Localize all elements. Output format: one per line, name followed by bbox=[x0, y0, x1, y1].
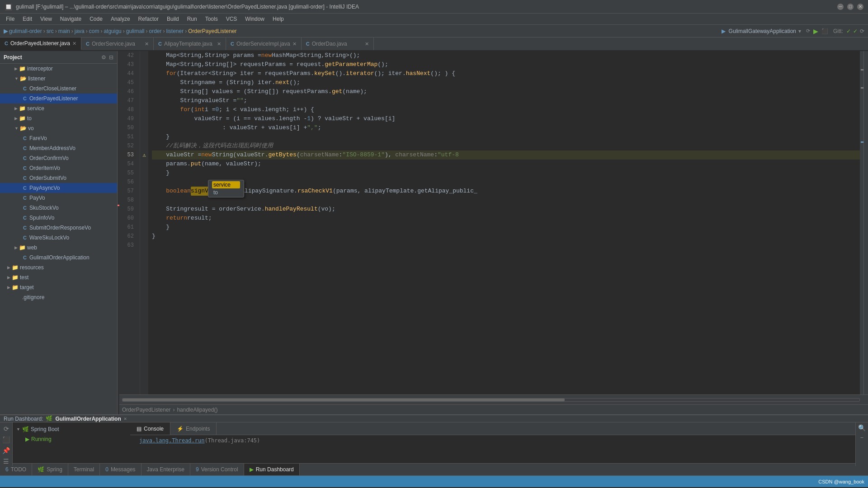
sidebar-folder-listener[interactable]: ▼ 📂 listener bbox=[0, 74, 117, 84]
sidebar-folder-interceptor[interactable]: ▶ 📁 interceptor bbox=[0, 64, 117, 74]
sidebar-file-gitignore[interactable]: .gitignore bbox=[0, 292, 117, 302]
console-link[interactable]: (Thread.java:745) bbox=[205, 437, 260, 444]
sidebar-class-ware-sku[interactable]: C WareSkuLockVo bbox=[0, 233, 117, 243]
panel-collapse-icon[interactable]: – bbox=[860, 434, 863, 441]
menu-window[interactable]: Window bbox=[241, 15, 268, 23]
tab-orderpayed-listener[interactable]: C OrderPayedListener.java ✕ bbox=[0, 38, 81, 50]
app-icon: 🔲 bbox=[5, 3, 12, 10]
bottom-tab-todo[interactable]: 6 TODO bbox=[0, 464, 32, 475]
sidebar-class-member-addr[interactable]: C MemberAddressVo bbox=[0, 143, 117, 153]
menu-run[interactable]: Run bbox=[184, 15, 201, 23]
sidebar-class-submit-order[interactable]: C SubmitOrderResponseVo bbox=[0, 223, 117, 233]
tree-spring-boot[interactable]: ▼ 🌿 Spring Boot bbox=[16, 424, 127, 434]
tab-order-dao[interactable]: C OrderDao.java ✕ bbox=[302, 38, 374, 50]
sidebar-class-order-close[interactable]: C OrderCloseListener bbox=[0, 84, 117, 94]
menu-code[interactable]: Code bbox=[86, 15, 106, 23]
sidebar-class-spu-info[interactable]: C SpuInfoVo bbox=[0, 213, 117, 223]
sidebar-class-fare-vo[interactable]: C FareVo bbox=[0, 133, 117, 143]
sidebar-class-order-submit[interactable]: C OrderSubmitVo bbox=[0, 173, 117, 183]
bottom-tab-run-dashboard[interactable]: ▶ Run Dashboard bbox=[244, 464, 300, 475]
run-app-name[interactable]: GulimallOrderApplication bbox=[55, 416, 121, 422]
run-stop-btn[interactable]: ⬛ bbox=[2, 435, 11, 444]
menu-tools[interactable]: Tools bbox=[202, 15, 222, 23]
breadcrumb-com[interactable]: com bbox=[89, 28, 99, 34]
sidebar-settings-icon[interactable]: ⚙ bbox=[101, 54, 106, 61]
tree-running-label: Running bbox=[31, 436, 52, 442]
tab-order-service[interactable]: C OrderService.java ✕ bbox=[81, 38, 154, 50]
run-pin-btn[interactable]: 📌 bbox=[2, 446, 11, 455]
breadcrumb-java[interactable]: java bbox=[75, 28, 85, 34]
run-panel: Run Dashboard: 🌿 GulimallOrderApplicatio… bbox=[0, 414, 868, 463]
sidebar-layout-icon[interactable]: ⊟ bbox=[109, 54, 113, 61]
sidebar-class-sku-stock[interactable]: C SkuStockVo bbox=[0, 203, 117, 213]
bottom-tab-java-enterprise[interactable]: Java Enterprise bbox=[142, 464, 190, 475]
sidebar-folder-resources[interactable]: ▶ 📁 resources bbox=[0, 263, 117, 272]
class-icon: C bbox=[22, 215, 28, 221]
breadcrumb-listener[interactable]: listener bbox=[166, 28, 184, 34]
tab-alipay-template[interactable]: C AlipayTemplate.java ✕ bbox=[154, 38, 226, 50]
breadcrumb-gulimall[interactable]: gulimall bbox=[126, 28, 145, 34]
menu-help[interactable]: Help bbox=[269, 15, 288, 23]
menu-edit[interactable]: Edit bbox=[19, 15, 36, 23]
tab-close-btn[interactable]: ✕ bbox=[145, 41, 149, 47]
scrollbar-vertical[interactable] bbox=[863, 51, 868, 394]
code-editor[interactable]: Map<String,String> params = new HashMap<… bbox=[148, 51, 860, 394]
sidebar-class-pay-async-vo[interactable]: C PayAsyncVo bbox=[0, 183, 117, 193]
sidebar-folder-web[interactable]: ▶ 📁 web bbox=[0, 243, 117, 253]
sidebar-class-order-payed[interactable]: C OrderPayedListener bbox=[0, 94, 117, 103]
run-app-close-icon[interactable]: ✕ bbox=[124, 416, 127, 422]
bottom-tab-messages[interactable]: 0 Messages bbox=[100, 464, 141, 475]
arrow-icon: ▼ bbox=[14, 126, 19, 131]
bottom-breadcrumb-method[interactable]: handleAlipayed() bbox=[177, 407, 217, 413]
console-output: java.lang.Thread.run bbox=[139, 437, 205, 444]
code-line-46: String[] values = (String[]) requestPara… bbox=[152, 87, 860, 96]
sidebar-class-order-item[interactable]: C OrderItemVo bbox=[0, 163, 117, 173]
close-button[interactable]: ✕ bbox=[857, 4, 863, 10]
run-restart-btn[interactable]: ⟳ bbox=[2, 424, 11, 433]
breadcrumb-atguigu[interactable]: atguigu bbox=[104, 28, 121, 34]
menu-file[interactable]: File bbox=[2, 15, 18, 23]
breadcrumb-order[interactable]: order bbox=[149, 28, 161, 34]
breadcrumb-separator-icon: › bbox=[173, 407, 175, 413]
sidebar-folder-vo[interactable]: ▼ 📂 vo bbox=[0, 123, 117, 133]
panel-search-icon[interactable]: 🔍 bbox=[858, 424, 866, 432]
breadcrumb-src[interactable]: src bbox=[47, 28, 54, 34]
breadcrumb-main[interactable]: main bbox=[58, 28, 70, 34]
bottom-tab-terminal[interactable]: Terminal bbox=[68, 464, 100, 475]
menu-refactor[interactable]: Refactor bbox=[135, 15, 162, 23]
spring-icon: 🌿 bbox=[46, 415, 52, 422]
menu-analyze[interactable]: Analyze bbox=[107, 15, 134, 23]
sidebar-folder-test[interactable]: ▶ 📁 test bbox=[0, 272, 117, 282]
sidebar-folder-target[interactable]: ▶ 📁 target bbox=[0, 282, 117, 292]
sidebar-class-order-confirm[interactable]: C OrderConfirmVo bbox=[0, 153, 117, 163]
menu-build[interactable]: Build bbox=[163, 15, 183, 23]
menu-vcs[interactable]: VCS bbox=[222, 15, 241, 23]
sidebar-folder-service[interactable]: ▶ 📁 service bbox=[0, 103, 117, 113]
tab-close-btn[interactable]: ✕ bbox=[365, 41, 369, 47]
version-control-label: Version Control bbox=[201, 466, 238, 473]
sidebar-folder-to[interactable]: ▶ 📁 to bbox=[0, 113, 117, 123]
tab-order-service-impl[interactable]: C OrderServiceImpl.java ✕ bbox=[226, 38, 302, 50]
sidebar-class-gulimall-app[interactable]: C GulimallOrderApplication bbox=[0, 253, 117, 263]
run-tab-console[interactable]: ▤ Console bbox=[130, 422, 170, 435]
sidebar-label: MemberAddressVo bbox=[29, 145, 75, 151]
menu-navigate[interactable]: Navigate bbox=[57, 15, 85, 23]
tab-close-btn[interactable]: ✕ bbox=[292, 41, 297, 47]
breadcrumb-gulimall-order[interactable]: gulimall-order bbox=[9, 28, 42, 34]
bottom-tab-spring[interactable]: 🌿 Spring bbox=[32, 464, 68, 475]
bottom-breadcrumb-class[interactable]: OrderPayedListener bbox=[122, 407, 170, 413]
menu-view[interactable]: View bbox=[37, 15, 56, 23]
run-config-selector[interactable]: GulimallGatewayApplication bbox=[729, 28, 796, 34]
tree-running[interactable]: ▶ Running bbox=[16, 434, 127, 444]
sidebar-class-pay-vo[interactable]: C PayVo bbox=[0, 193, 117, 203]
run-tab-endpoints[interactable]: ⚡ Endpoints bbox=[170, 422, 217, 435]
code-line-49: valueStr = (i == values.length - 1) ? va… bbox=[152, 114, 860, 123]
maximize-button[interactable]: □ bbox=[847, 4, 854, 10]
tab-close-btn[interactable]: ✕ bbox=[72, 41, 76, 47]
breadcrumb-folder[interactable]: ▶ bbox=[4, 28, 8, 34]
minimize-button[interactable]: ─ bbox=[837, 4, 844, 10]
tab-close-btn[interactable]: ✕ bbox=[217, 41, 221, 47]
project-label[interactable]: Project bbox=[4, 54, 22, 61]
bottom-tab-version-control[interactable]: 9 Version Control bbox=[190, 464, 244, 475]
breadcrumb-file[interactable]: OrderPayedListener bbox=[188, 28, 236, 34]
